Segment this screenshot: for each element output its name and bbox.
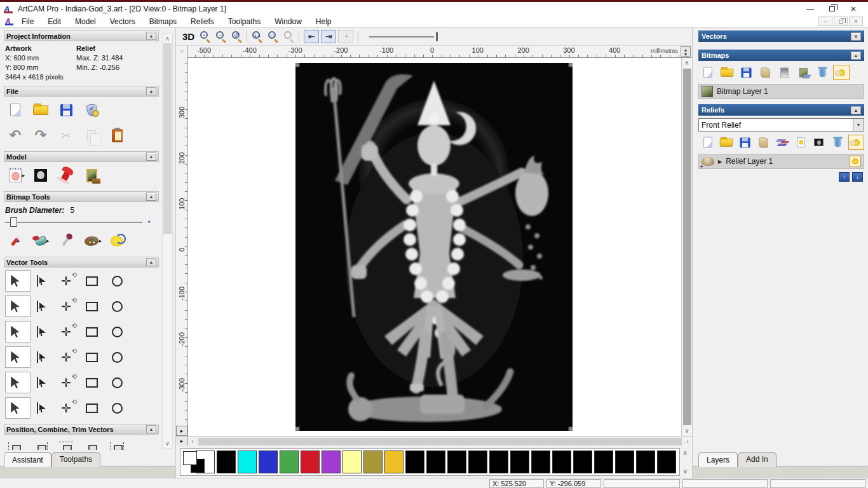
cyan-swatch[interactable] [238,451,257,473]
panel-tab[interactable]: Add In [738,452,776,467]
collapse-button[interactable]: ▲ [146,32,156,40]
black-swatch[interactable] [657,451,676,473]
close-button[interactable]: × [843,3,864,15]
zoom-in-icon[interactable]: + [200,31,210,42]
panel-tab[interactable]: Layers [698,452,738,467]
black-swatch[interactable] [217,451,236,473]
dropdown-arrow-icon[interactable]: ▼ [853,119,864,131]
relief-max-z: Max. Z: 31.484 [76,53,158,63]
menu-item[interactable]: Reliefs [191,17,214,26]
pan-button[interactable]: ▸ [176,426,187,436]
brush-diameter-slider[interactable]: ✦ [5,217,151,227]
move-layer-down-button[interactable]: ↓ [852,172,863,182]
panel-tab[interactable]: Assistant [4,452,51,467]
zoom-fit-icon[interactable]: □ [268,31,278,42]
scrollbar-thumb[interactable] [683,69,691,425]
snap-bitmap-right-icon[interactable]: ⇥ [321,30,336,43]
collapse-button[interactable]: ▲ [146,193,156,201]
scrollbar-thumb[interactable] [163,43,172,234]
scroll-left-icon[interactable]: ‹ [188,437,197,447]
collapse-button[interactable]: ▲ [146,425,156,433]
zoom-1-1-icon[interactable]: 1:1 [252,31,262,42]
bitmap-layer-row[interactable]: Bitmap Layer 1 [698,84,864,99]
olive-swatch[interactable] [363,451,383,473]
title-bar: ArtCAM Pro - Indian-God_3.art - [2D View… [0,0,868,15]
black-swatch[interactable] [447,451,466,473]
scroll-down-icon[interactable]: ∨ [684,426,689,436]
preview-relief-icon[interactable]: ◔ [338,30,353,43]
ruler-unit-button[interactable]: ▲▼ [681,46,691,57]
black-swatch[interactable] [615,451,634,473]
scroll-up-icon[interactable]: ∧ [163,34,172,43]
menu-item[interactable]: Model [75,17,96,26]
black-swatch[interactable] [636,451,655,473]
primary-secondary-colour[interactable]: ⊘ [182,450,193,474]
pale-yellow-swatch[interactable] [342,451,362,473]
snap-bitmap-left-icon[interactable]: ⇤ [304,30,319,43]
black-swatch[interactable] [489,451,508,473]
black-swatch[interactable] [531,451,550,473]
greyscale-contrast-slider[interactable] [369,31,440,43]
collapse-button[interactable]: ▲ [146,258,156,266]
collapse-button[interactable]: ▲ [851,51,861,60]
transform-vectors-icon [61,300,71,313]
scroll-up-icon[interactable]: ∧ [684,58,689,68]
amber-swatch[interactable] [384,451,403,473]
menu-item[interactable]: Bitmaps [149,17,177,26]
primary-colour-swatch[interactable] [183,451,197,465]
scroll-down-icon[interactable]: ∨ [163,438,172,448]
move-layer-up-button[interactable]: ↑ [839,172,850,182]
canvas-2d[interactable] [188,58,681,436]
scrollbar-thumb[interactable] [198,438,682,445]
menu-item[interactable]: Toolpaths [228,17,261,26]
horizontal-scrollbar[interactable]: ▸ ‹ › [176,436,692,446]
black-swatch[interactable] [594,451,613,473]
zoom-objects-icon[interactable] [283,31,294,42]
artwork-x: X: 600 mm [5,53,76,63]
scroll-up-icon[interactable]: ∧ [683,449,688,456]
black-swatch[interactable] [573,451,592,473]
black-swatch[interactable] [510,451,529,473]
panel-tab[interactable]: Toolpaths [51,452,100,467]
assistant-scrollbar[interactable]: ∧ ∨ [162,33,173,449]
ruler-origin-button[interactable]: ⁙ [176,46,188,58]
black-swatch[interactable] [468,451,487,473]
layer-visibility-button[interactable] [850,156,861,167]
menu-item[interactable]: Vectors [110,17,135,26]
vertical-scrollbar[interactable]: ∧ ∨ [681,58,692,436]
scroll-right-icon[interactable]: › [683,437,692,447]
mdi-minimize-button[interactable]: – [818,17,832,26]
collapse-button[interactable]: ▲ [146,152,156,161]
red-swatch[interactable] [301,451,320,473]
collapse-button[interactable]: ▲ [146,87,156,95]
expand-button[interactable]: ▼ [851,32,861,41]
relief-layer-row[interactable]: ▶ Relief Layer 1 [698,154,864,169]
black-swatch[interactable] [552,451,571,473]
minimize-button[interactable]: — [799,3,821,15]
blue-swatch[interactable] [259,451,278,473]
visibility-relief-icon [797,137,804,147]
menu-item[interactable]: Help [316,17,332,26]
relief-select-dropdown[interactable]: Front Relief ▼ [698,118,864,132]
expander-icon[interactable]: ▶ [718,159,722,165]
mdi-restore-button[interactable] [834,17,848,26]
slider-thumb[interactable] [10,217,17,227]
magenta-swatch[interactable] [322,451,341,473]
palette-scrollbar[interactable]: ∧ ∨ [680,448,691,476]
mdi-close-button[interactable]: × [849,17,863,26]
zoom-out-icon[interactable]: − [215,31,226,42]
menu-item[interactable]: Edit [48,17,61,26]
menu-item[interactable]: Window [275,17,302,26]
scroll-down-icon[interactable]: ∨ [683,468,688,475]
restore-button[interactable] [821,3,843,15]
black-swatch[interactable] [405,451,424,473]
view-3d-button[interactable]: 3D [180,31,197,42]
pan-mode-button[interactable]: ▸ [176,437,188,446]
green-swatch[interactable] [280,451,299,473]
collapse-button[interactable]: ▲ [851,106,861,114]
bitmaps-header: Bitmaps ▲ [698,50,864,61]
menu-item[interactable]: File [22,17,34,26]
relief-artwork[interactable] [295,63,573,431]
black-swatch[interactable] [426,451,445,473]
zoom-previous-icon[interactable]: ↺ [231,31,242,42]
